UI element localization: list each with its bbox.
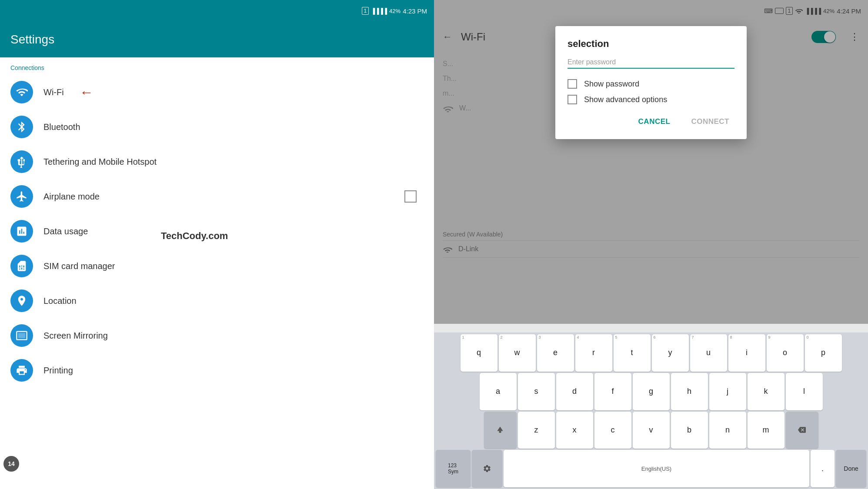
- key-q[interactable]: 1q: [461, 334, 497, 372]
- backspace-key[interactable]: [786, 412, 818, 449]
- watermark: TechCody.com: [161, 230, 228, 242]
- settings-item-mirror[interactable]: Screen Mirroring: [0, 318, 434, 353]
- bluetooth-label: Bluetooth: [43, 122, 80, 132]
- key-b[interactable]: b: [671, 412, 708, 449]
- password-input-container[interactable]: Enter password: [568, 58, 734, 69]
- settings-item-printing[interactable]: Printing: [0, 353, 434, 388]
- show-advanced-label: Show advanced options: [584, 95, 667, 104]
- settings-list: Wi-Fi ← Bluetooth Tethering and Mobile H…: [0, 75, 434, 489]
- keyboard-row-4: 123Sym English(US) . Done: [436, 450, 866, 487]
- mirror-icon: [10, 324, 33, 347]
- key-o[interactable]: 9o: [767, 334, 804, 372]
- wifi-icon: [10, 81, 33, 103]
- key-t[interactable]: 5t: [614, 334, 651, 372]
- key-v[interactable]: v: [633, 412, 670, 449]
- key-settings[interactable]: [472, 450, 502, 487]
- dialog-overlay: selection Enter password Show password S…: [434, 0, 868, 324]
- sim-icon: [10, 255, 33, 277]
- key-k[interactable]: k: [748, 373, 785, 410]
- key-123-label: 123Sym: [448, 462, 458, 475]
- done-label: Done: [844, 465, 858, 472]
- keyboard-row-1: 1q 2w 3e 4r 5t 6y 7u 8i 9o 0p: [436, 334, 866, 372]
- key-f[interactable]: f: [594, 373, 631, 410]
- key-period[interactable]: .: [811, 450, 835, 487]
- key-s[interactable]: s: [518, 373, 555, 410]
- key-d[interactable]: d: [556, 373, 593, 410]
- sim-icon-left: 1: [362, 7, 369, 15]
- password-underline: [568, 68, 734, 69]
- shift-key[interactable]: [484, 412, 517, 449]
- settings-panel: 1 ▐▐▐▐ 42% 4:23 PM Settings Connections …: [0, 0, 434, 489]
- sim-svg: [16, 260, 28, 272]
- key-c[interactable]: c: [594, 412, 631, 449]
- key-j[interactable]: j: [709, 373, 746, 410]
- key-i[interactable]: 8i: [728, 334, 765, 372]
- location-icon: [10, 289, 33, 312]
- time-left: 4:23 PM: [403, 7, 427, 15]
- show-password-label: Show password: [584, 80, 639, 89]
- settings-item-bluetooth[interactable]: Bluetooth: [0, 110, 434, 144]
- backspace-icon: [797, 426, 807, 434]
- spacebar-key[interactable]: English(US): [504, 450, 809, 487]
- notification-badge: 14: [3, 456, 19, 472]
- settings-item-tethering[interactable]: Tethering and Mobile Hotspot: [0, 144, 434, 179]
- airplane-checkbox[interactable]: [404, 190, 417, 203]
- status-icons-left: 1 ▐▐▐▐ 42% 4:23 PM: [362, 7, 427, 15]
- settings-key-icon: [483, 464, 491, 473]
- show-password-row[interactable]: Show password: [568, 79, 734, 89]
- mirror-svg: [16, 329, 28, 342]
- printing-label: Printing: [43, 366, 73, 376]
- wifi-svg: [16, 86, 28, 98]
- wifi-arrow-indicator: ←: [80, 84, 93, 100]
- key-g[interactable]: g: [633, 373, 670, 410]
- key-p[interactable]: 0p: [805, 334, 842, 372]
- key-e[interactable]: 3e: [537, 334, 574, 372]
- settings-item-sim[interactable]: SIM card manager: [0, 249, 434, 283]
- wifi-label: Wi-Fi: [43, 87, 64, 97]
- connections-section-label: Connections: [0, 57, 434, 75]
- show-advanced-checkbox[interactable]: [568, 95, 577, 104]
- key-n[interactable]: n: [709, 412, 746, 449]
- keyboard-row-3: z x c v b n m: [436, 412, 866, 449]
- done-key[interactable]: Done: [836, 450, 866, 487]
- sim-label: SIM card manager: [43, 261, 115, 271]
- cancel-button[interactable]: CANCEL: [633, 113, 676, 130]
- dialog-buttons: CANCEL CONNECT: [568, 113, 734, 130]
- settings-title: Settings: [10, 33, 54, 47]
- airplane-label: Airplane mode: [43, 192, 100, 202]
- location-label: Location: [43, 296, 77, 306]
- key-m[interactable]: m: [748, 412, 785, 449]
- key-y[interactable]: 6y: [652, 334, 689, 372]
- key-h[interactable]: h: [671, 373, 708, 410]
- key-r[interactable]: 4r: [575, 334, 612, 372]
- settings-item-airplane[interactable]: Airplane mode: [0, 179, 434, 214]
- tethering-svg: [16, 156, 28, 168]
- mirror-label: Screen Mirroring: [43, 331, 108, 341]
- key-a[interactable]: a: [480, 373, 517, 410]
- key-u[interactable]: 7u: [690, 334, 727, 372]
- tethering-icon: [10, 150, 33, 173]
- keyboard-row-2: a s d f g h j k l: [436, 373, 866, 410]
- svg-rect-0: [499, 431, 501, 433]
- keyboard: 1q 2w 3e 4r 5t 6y 7u 8i 9o 0p a s d f g …: [434, 333, 868, 489]
- settings-header: Settings: [0, 22, 434, 57]
- dialog-title: selection: [568, 38, 734, 50]
- wifi-panel: ⌨ 1 ▐▐▐▐ 42% 4:24 PM ← Wi-Fi ⋮ S... Th..…: [434, 0, 868, 489]
- location-svg: [16, 295, 28, 307]
- settings-item-location[interactable]: Location: [0, 283, 434, 318]
- data-label: Data usage: [43, 226, 88, 236]
- settings-item-wifi[interactable]: Wi-Fi ←: [0, 75, 434, 110]
- battery-left: 42%: [389, 8, 401, 14]
- key-x[interactable]: x: [556, 412, 593, 449]
- key-w[interactable]: 2w: [499, 334, 536, 372]
- connect-button[interactable]: CONNECT: [686, 113, 734, 130]
- key-l[interactable]: l: [786, 373, 823, 410]
- show-password-checkbox[interactable]: [568, 79, 577, 89]
- printing-icon: [10, 359, 33, 382]
- key-123-sym[interactable]: 123Sym: [436, 450, 471, 487]
- key-z[interactable]: z: [518, 412, 555, 449]
- show-advanced-row[interactable]: Show advanced options: [568, 95, 734, 104]
- spacebar-label: English(US): [641, 466, 671, 472]
- password-placeholder: Enter password: [568, 58, 734, 66]
- airplane-icon: [10, 185, 33, 208]
